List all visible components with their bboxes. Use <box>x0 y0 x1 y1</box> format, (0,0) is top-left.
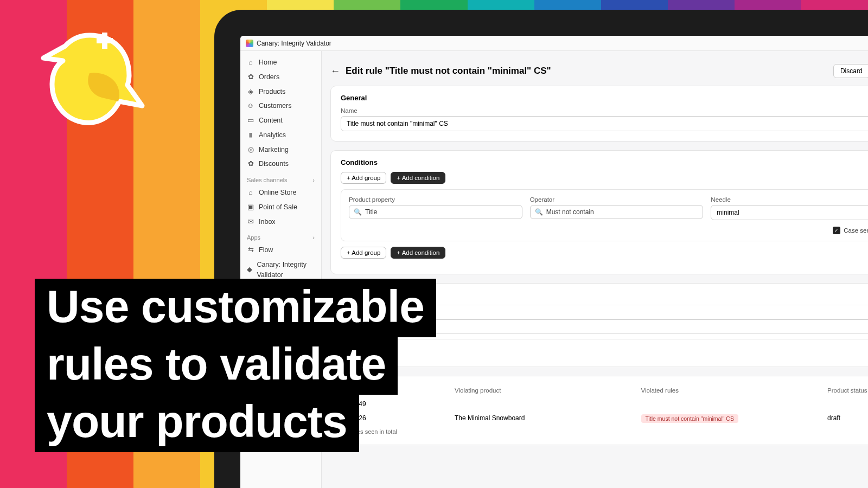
case-sensitive-checkbox[interactable]: ✓ <box>833 227 840 234</box>
analytics-icon: ⫼ <box>247 130 254 140</box>
page-title: Edit rule "Title must not contain "minim… <box>346 66 551 76</box>
col-product: Violating product <box>455 387 636 394</box>
operator-label: Operator <box>530 196 704 203</box>
nav-pos[interactable]: ▣Point of Sale <box>244 200 318 215</box>
add-condition-button[interactable]: + Add condition <box>391 172 445 184</box>
needle-input[interactable] <box>711 205 868 220</box>
nav-flow[interactable]: ⇆Flow <box>244 243 318 258</box>
chevron-right-icon[interactable]: › <box>312 177 315 183</box>
search-icon: 🔍 <box>535 208 543 216</box>
nav-discounts[interactable]: ✿Discounts <box>244 157 318 171</box>
add-group-button-2[interactable]: + Add group <box>341 247 386 259</box>
nav-inbox[interactable]: ✉Inbox <box>244 215 318 229</box>
general-card: General Name <box>330 86 868 142</box>
nav-orders[interactable]: ✿Orders <box>244 70 318 85</box>
operator-select[interactable]: 🔍Must not contain <box>530 205 704 219</box>
chevron-right-icon[interactable]: › <box>312 234 315 241</box>
needle-label: Needle <box>711 196 868 203</box>
home-icon: ⌂ <box>247 57 254 68</box>
rule-badge: Title must not contain "minimal" CS <box>641 414 738 423</box>
app-logo-icon <box>246 40 253 47</box>
nav-marketing[interactable]: ◎Marketing <box>244 143 318 157</box>
inbox-icon: ✉ <box>247 217 254 227</box>
nav-home[interactable]: ⌂Home <box>244 55 318 70</box>
rule-name-input[interactable] <box>341 116 868 131</box>
back-button[interactable]: ← <box>330 66 340 77</box>
store-icon: ⌂ <box>247 188 254 198</box>
customers-icon: ☺ <box>247 101 254 111</box>
property-label: Product property <box>349 196 522 203</box>
conditions-card: Conditions + Add group + Add condition 🗑… <box>330 150 868 274</box>
marketing-icon: ◎ <box>247 145 254 155</box>
name-label: Name <box>341 107 868 114</box>
canary-icon: ◆ <box>247 265 252 275</box>
content-icon: ▭ <box>247 115 254 126</box>
case-sensitive-label: Case sensitive <box>844 227 868 234</box>
section-apps: Apps› <box>244 229 318 243</box>
discard-button[interactable]: Discard <box>833 64 868 78</box>
app-title: Canary: Integrity Validator <box>257 40 331 47</box>
nav-content[interactable]: ▭Content <box>244 113 318 128</box>
col-rules: Violated rules <box>641 387 822 394</box>
col-status: Product status <box>827 387 868 394</box>
property-select[interactable]: 🔍Title <box>349 205 522 219</box>
pos-icon: ▣ <box>247 202 254 213</box>
products-icon: ◈ <box>247 87 254 97</box>
add-group-button[interactable]: + Add group <box>341 172 386 184</box>
general-heading: General <box>341 94 868 102</box>
nav-analytics[interactable]: ⫼Analytics <box>244 128 318 143</box>
conditions-heading: Conditions <box>341 158 868 166</box>
marketing-headline: Use customizable rules to validate your … <box>35 280 436 452</box>
nav-customers[interactable]: ☺Customers <box>244 99 318 113</box>
condition-row: 🗑 Product property 🔍Title Operator 🔍Must… <box>341 189 868 241</box>
nav-online-store[interactable]: ⌂Online Store <box>244 185 318 200</box>
flow-icon: ⇆ <box>247 245 254 255</box>
app-topbar: Canary: Integrity Validator 📌 ⋯ <box>240 36 868 51</box>
search-icon: 🔍 <box>354 208 362 216</box>
section-sales-channels: Sales channels› <box>244 171 318 185</box>
discounts-icon: ✿ <box>247 159 254 169</box>
orders-icon: ✿ <box>247 72 254 82</box>
nav-products[interactable]: ◈Products <box>244 85 318 99</box>
add-condition-button-2[interactable]: + Add condition <box>391 247 445 259</box>
canary-logo <box>38 24 146 133</box>
